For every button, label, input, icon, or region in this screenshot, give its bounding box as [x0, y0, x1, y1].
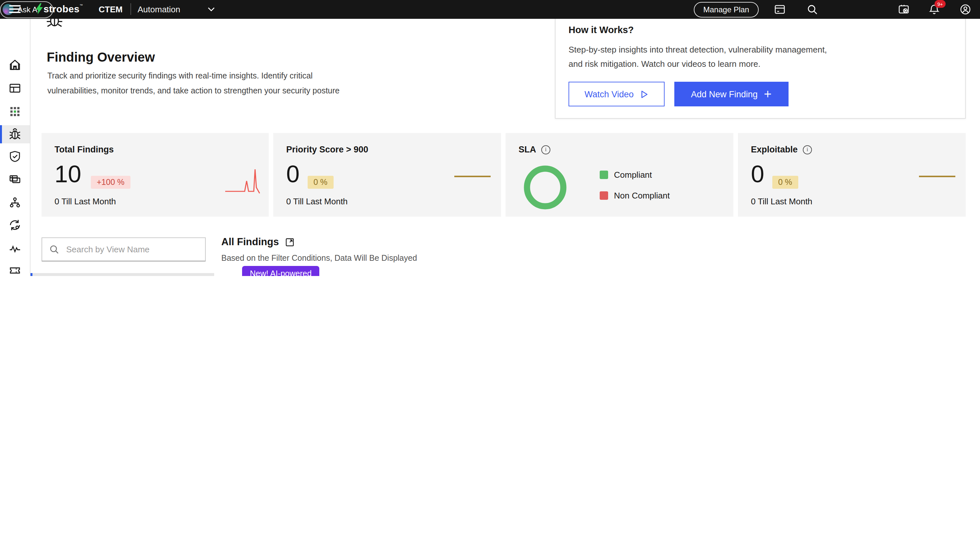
- module-selector[interactable]: Automation: [138, 5, 180, 14]
- how-it-works-title: How it Works?: [568, 25, 634, 35]
- sidebar-item-activity[interactable]: [0, 240, 30, 257]
- left-icon-sidebar: PDF: [0, 19, 30, 276]
- sidebar-item-dashboard[interactable]: [0, 79, 30, 97]
- delta-badge: 0 %: [308, 176, 333, 189]
- sla-donut-chart: [522, 164, 568, 211]
- page-description: Track and prioritize security findings w…: [48, 69, 340, 98]
- expand-icon[interactable]: [285, 238, 294, 246]
- priority-score-sparkline: [454, 173, 491, 180]
- sla-card: SLAi Compliant Non Compliant: [506, 133, 733, 217]
- page-title: Finding Overview: [47, 50, 155, 65]
- exploitable-sparkline: [919, 173, 955, 180]
- card-label: Priority Score > 900: [286, 144, 368, 154]
- org-hierarchy-icon: [8, 196, 21, 209]
- play-icon: [640, 90, 649, 98]
- manage-plan-button[interactable]: Manage Plan: [694, 2, 759, 17]
- sidebar-item-assets[interactable]: [0, 170, 30, 188]
- home-icon: [8, 59, 21, 71]
- billing-panel-icon[interactable]: [774, 4, 785, 15]
- delta-badge: 0 %: [772, 176, 798, 189]
- how-it-works-card: How it Works? Step-by-step insights into…: [555, 17, 966, 119]
- watch-video-button[interactable]: Watch Video: [568, 82, 665, 106]
- top-navbar: strobes ™ CTEM Automation Manage Plan As…: [0, 0, 980, 19]
- search-icon: [49, 244, 59, 254]
- info-icon[interactable]: i: [541, 145, 550, 154]
- delta-badge: +100 %: [91, 176, 130, 189]
- card-label: Total Findings: [54, 144, 114, 154]
- view-search-box: [41, 237, 206, 262]
- how-it-works-description: Step-by-step insights into threat detect…: [568, 43, 827, 71]
- sidebar-item-org-hierarchy[interactable]: [0, 193, 30, 211]
- notification-count-badge: 9+: [935, 0, 946, 8]
- hamburger-menu-icon[interactable]: [9, 5, 21, 14]
- sidebar-item-compliance[interactable]: [0, 147, 30, 165]
- compliance-icon: [8, 150, 21, 163]
- card-label: SLAi: [519, 144, 550, 154]
- priority-score-card: Priority Score > 900 0 0 % 0 Till Last M…: [273, 133, 501, 217]
- non-compliant-swatch: [600, 191, 608, 200]
- sidebar-item-tickets[interactable]: [0, 262, 30, 276]
- assets-icon: [8, 173, 21, 186]
- search-icon[interactable]: [807, 4, 818, 15]
- chevron-down-icon[interactable]: [208, 7, 215, 12]
- add-new-finding-button[interactable]: Add New Finding: [674, 82, 789, 106]
- strobes-bolt-icon: [36, 3, 43, 14]
- info-icon[interactable]: i: [803, 145, 812, 154]
- sidebar-item-apps[interactable]: [0, 103, 30, 121]
- dashboard-icon: [8, 82, 21, 95]
- sidebar-item-home[interactable]: [0, 56, 30, 74]
- section-title: All Findings: [221, 236, 294, 248]
- account-icon[interactable]: [960, 4, 971, 15]
- section-subtitle: Based on the Filter Conditions, Data Wil…: [221, 254, 417, 263]
- view-item-all-findings[interactable]: All Findings: [30, 273, 214, 276]
- nav-divider: [130, 3, 131, 15]
- activity-icon: [8, 242, 21, 255]
- findings-icon: [8, 128, 21, 141]
- total-findings-sparkline: [225, 167, 263, 196]
- view-search-input[interactable]: [65, 244, 205, 255]
- till-last-month: 0 Till Last Month: [54, 197, 116, 206]
- exploitable-card: Exploitablei 0 0 % 0 Till Last Month: [738, 133, 966, 217]
- sla-legend: Compliant Non Compliant: [600, 170, 670, 211]
- total-findings-card: Total Findings 10 +100 % 0 Till Last Mon…: [41, 133, 269, 217]
- product-name: CTEM: [99, 5, 123, 14]
- tickets-icon: [8, 264, 21, 276]
- plus-icon: [764, 90, 772, 98]
- ai-powered-tooltip: New! AI-powered: [242, 266, 319, 276]
- till-last-month: 0 Till Last Month: [286, 197, 348, 206]
- priority-score-value: 0: [286, 161, 299, 188]
- compliant-label: Compliant: [614, 170, 652, 180]
- apps-icon: [8, 105, 21, 118]
- total-findings-value: 10: [54, 161, 81, 188]
- app-window: strobes ™ CTEM Automation Manage Plan As…: [0, 0, 980, 276]
- exploitable-value: 0: [751, 161, 764, 188]
- strobes-logo[interactable]: strobes ™: [36, 3, 83, 14]
- sidebar-item-findings[interactable]: [0, 125, 30, 143]
- trademark: ™: [80, 3, 83, 7]
- sidebar-item-automation-sync[interactable]: [0, 216, 30, 234]
- till-last-month: 0 Till Last Month: [751, 197, 812, 206]
- automation-sync-icon: [8, 219, 21, 232]
- video-tutorials-icon[interactable]: [898, 4, 909, 15]
- non-compliant-label: Non Compliant: [614, 191, 670, 200]
- compliant-swatch: [600, 171, 608, 179]
- card-label: Exploitablei: [751, 144, 812, 154]
